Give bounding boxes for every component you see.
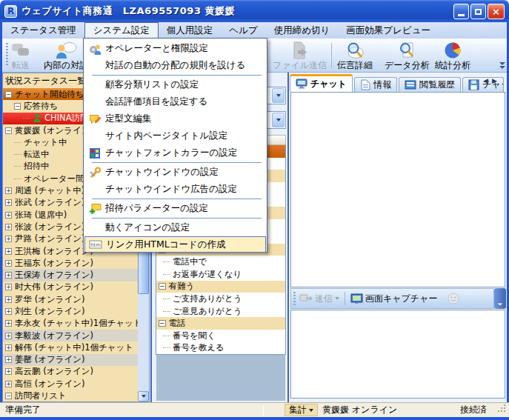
expand-plus-icon[interactable]: + (5, 224, 12, 230)
expand-plus-icon[interactable]: + (5, 199, 12, 206)
tree-row[interactable]: +解伟 (チャット中)1個チャット (3, 341, 138, 353)
smiley-icon[interactable] (448, 293, 459, 304)
expand-minus-icon[interactable]: − (159, 320, 166, 327)
tree-row[interactable]: +时大伟 (オンライン) (3, 281, 138, 293)
menu-item-11[interactable]: 動くアイコンの設定 (84, 219, 266, 236)
expand-plus-icon[interactable]: + (5, 344, 12, 351)
expand-plus-icon[interactable]: + (5, 356, 12, 363)
expand-plus-icon[interactable]: + (5, 272, 12, 279)
canned-row[interactable]: 電話中で (156, 256, 285, 268)
toolbar-button-stats-analysis[interactable]: 統計分析 (433, 41, 473, 70)
toolbar-overflow-button[interactable] (499, 62, 506, 70)
panel-divider[interactable] (287, 73, 289, 402)
expand-minus-icon[interactable]: − (5, 393, 12, 399)
canned-row[interactable]: お返事が遅くなり (156, 268, 285, 281)
tree-row-label: 応答待ち (24, 101, 58, 112)
expand-plus-icon[interactable]: + (5, 381, 12, 387)
screen-capture-button[interactable]: 画面キャプチャー (350, 293, 437, 305)
tree-row[interactable]: +李毅波 (オフライン) (3, 330, 138, 341)
message-detail-icon (345, 41, 365, 59)
message-compose-area[interactable] (290, 310, 505, 399)
aggregate-dropdown-button[interactable]: 集計 (285, 404, 318, 416)
menu-item-9[interactable]: チャットウインドウ広告の設定 (84, 181, 266, 198)
internal-chat-icon (55, 41, 77, 59)
tree-row[interactable]: +罗华 (オンライン) (3, 293, 138, 305)
expand-plus-icon[interactable]: + (5, 284, 12, 290)
toolbar-button-data-analysis[interactable]: データ分析 (382, 41, 432, 70)
tree-row[interactable]: −訪問者リスト (3, 390, 138, 401)
menubar-item-1[interactable]: ステータス管理 (2, 22, 84, 39)
expand-plus-icon[interactable]: + (5, 308, 12, 315)
tab-scroll-right-icon[interactable]: ▶ (492, 77, 497, 84)
send-button[interactable]: 送信 (299, 293, 339, 305)
menubar-item-6[interactable]: 画面効果プレビュー (338, 22, 439, 39)
operator-permission-icon (89, 43, 102, 55)
tree-row[interactable]: +王保涛 (オフライン) (3, 269, 138, 281)
scroll-down-button[interactable] (138, 391, 149, 401)
tree-connector (14, 166, 21, 167)
tree-row[interactable]: +高恒 (オンライン) (3, 378, 138, 390)
toolbar-button-send-file[interactable]: ファイル送信 (270, 41, 329, 70)
canned-row[interactable]: −有難う (156, 281, 285, 293)
expand-plus-icon[interactable]: + (5, 333, 12, 339)
maximize-button[interactable] (470, 4, 486, 19)
expand-plus-icon[interactable]: + (5, 296, 12, 303)
expand-minus-icon[interactable]: − (5, 127, 12, 134)
menu-item-1[interactable]: オペレーターと権限設定 (84, 40, 266, 57)
chevron-down-icon[interactable] (272, 113, 285, 127)
menu-item-5[interactable]: 定型文編集 (84, 110, 266, 127)
expand-plus-icon[interactable]: + (5, 248, 12, 255)
info-tab-icon (360, 79, 370, 90)
close-icon: × (492, 6, 500, 17)
menu-item-12[interactable]: htmリンク用HTMLコードの作成 (84, 236, 266, 253)
canned-row[interactable]: ご意見ありがとう (156, 305, 285, 318)
close-button[interactable]: × (488, 4, 505, 19)
tab-3[interactable]: 閲覧履歴 (399, 77, 461, 92)
expand-plus-icon[interactable]: + (5, 187, 12, 194)
expand-plus-icon[interactable]: + (5, 260, 12, 267)
menubar-item-2[interactable]: システム設定 (84, 22, 159, 39)
toolbar-button-transfer[interactable]: 転送 (9, 41, 33, 70)
expand-plus-icon[interactable]: + (5, 236, 12, 242)
canned-row[interactable]: −電話 (156, 317, 285, 330)
send-toolbar-overflow-button[interactable] (494, 288, 506, 309)
tree-row[interactable]: +王福东 (オンライン) (3, 257, 138, 269)
menu-item-3[interactable]: 顧客分類リストの設定 (84, 76, 266, 93)
tree-connector (163, 261, 170, 262)
expand-plus-icon[interactable]: + (5, 320, 12, 327)
menubar-item-3[interactable]: 個人用設定 (159, 22, 222, 39)
tab-2[interactable]: 情報 (354, 77, 397, 92)
tree-row-label: 时大伟 (オンライン) (15, 281, 93, 293)
toolbar-drag-handle[interactable] (293, 292, 296, 305)
canned-row[interactable]: ご支持ありがとう (156, 293, 285, 305)
menu-item-4[interactable]: 会話評価項目を設定する (84, 93, 266, 110)
canned-row[interactable]: 番号を聞く (156, 330, 285, 342)
menu-item-6[interactable]: サイト内ページタイトル設定 (84, 127, 266, 144)
tree-row-label: 高云鹏 (オンライン) (15, 366, 93, 377)
menu-item-8[interactable]: チャットウインドウの設定 (84, 164, 266, 181)
minimize-button[interactable] (453, 4, 469, 19)
toolbar-drag-handle[interactable] (6, 43, 8, 67)
tree-row[interactable]: +刘生 (オンライン) (3, 305, 138, 317)
menu-item-10[interactable]: 招待パラメーターの設定 (84, 200, 266, 217)
expand-plus-icon[interactable]: + (5, 368, 12, 375)
toolbar-button-message-detail[interactable]: 伝言詳細 (335, 41, 375, 70)
expand-minus-icon[interactable]: − (14, 103, 21, 110)
canned-row[interactable]: 番号を教える (156, 342, 285, 355)
tree-row[interactable]: +高云鹏 (オンライン) (3, 366, 138, 378)
expand-minus-icon[interactable]: − (159, 283, 166, 290)
expand-minus-icon[interactable]: − (5, 91, 12, 98)
chevron-down-icon[interactable] (272, 88, 285, 103)
tree-row[interactable]: +姜罄 (オフライン) (3, 354, 138, 366)
tab-1[interactable]: チャット (290, 74, 353, 92)
menu-item-2[interactable]: 対話の自動の分配の規則を設ける (84, 57, 266, 74)
title-bar[interactable]: R ウェブサイト商務通 LZA69557093 黄媛媛 × (0, 0, 509, 22)
tree-row[interactable]: +李永友 (チャット中)1個チャット (3, 318, 138, 330)
tab-scroll-left-icon[interactable]: ◀ (483, 77, 488, 84)
menu-item-7[interactable]: チャットフォントカラーの設定 (84, 144, 266, 161)
chat-message-area[interactable] (290, 92, 505, 287)
menubar-item-5[interactable]: 使用締め切り (266, 22, 339, 39)
expand-plus-icon[interactable]: + (5, 212, 12, 219)
resize-grip-icon[interactable] (497, 404, 506, 413)
menubar-item-4[interactable]: ヘルプ (221, 22, 265, 39)
